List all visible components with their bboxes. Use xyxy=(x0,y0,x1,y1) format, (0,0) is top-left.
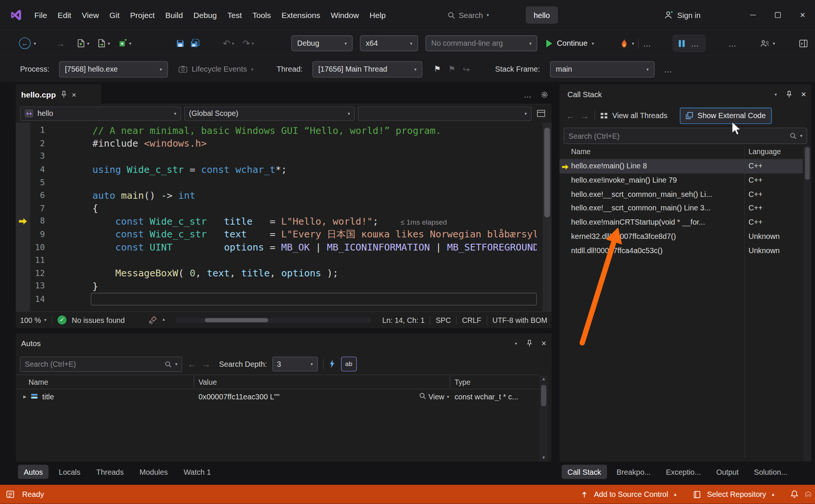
column-header-type[interactable]: Type xyxy=(450,375,539,389)
gear-icon[interactable] xyxy=(541,90,549,98)
solution-platform-dropdown[interactable]: x64▾ xyxy=(360,35,418,51)
pin-icon[interactable] xyxy=(786,91,792,98)
pin-icon[interactable] xyxy=(526,340,532,347)
chevron-down-icon[interactable]: ▾ xyxy=(232,41,234,45)
feedback-icon[interactable] xyxy=(804,490,812,498)
menu-build[interactable]: Build xyxy=(160,0,188,30)
zoom-dropdown[interactable]: 100 %▾ xyxy=(20,316,46,324)
callstack-scrollbar[interactable] xyxy=(803,146,811,461)
callstack-frame-hello-exe-maincrtstartup-void-for[interactable]: hello.exe!mainCRTStartup(void * __for...… xyxy=(559,216,803,230)
autos-scrollbar[interactable]: ▲▼ xyxy=(540,376,548,461)
chevron-up-icon[interactable]: ▴ xyxy=(674,492,676,497)
chevron-down-icon[interactable]: ▾ xyxy=(800,134,802,138)
add-to-source-control-button[interactable]: Add to Source Control xyxy=(594,490,668,499)
view-all-threads-button[interactable]: View all Threads xyxy=(600,111,667,120)
code-line-7[interactable]: 7{ xyxy=(16,202,552,215)
close-icon[interactable]: × xyxy=(801,90,806,99)
expander-icon[interactable]: ▸ xyxy=(23,393,26,400)
code-line-2[interactable]: 2#include <windows.h> xyxy=(16,137,552,150)
member-scope-dropdown[interactable]: ▾ xyxy=(358,106,532,120)
split-editor-icon[interactable] xyxy=(537,110,546,117)
code-line-5[interactable]: 5 xyxy=(16,176,552,189)
scroll-up-icon[interactable]: ▲ xyxy=(541,376,546,381)
search-icon[interactable] xyxy=(165,361,171,368)
code-line-12[interactable]: 12 MessageBoxW( 0, text, title, options … xyxy=(16,267,552,280)
chevron-down-icon[interactable]: ▾ xyxy=(175,362,177,366)
encoding[interactable]: UTF-8 with BOM xyxy=(492,316,547,324)
chevron-down-icon[interactable]: ▾ xyxy=(87,41,89,45)
undo-button[interactable]: ↶ xyxy=(223,39,230,48)
callstack-search-input[interactable]: Search (Ctrl+E) ▾ xyxy=(564,128,807,144)
scrollbar-thumb[interactable] xyxy=(541,385,546,406)
editor-vertical-scrollbar[interactable] xyxy=(543,122,552,311)
code-line-8[interactable]: 8 const Wide_c_str title = L"Hello, worl… xyxy=(16,215,552,228)
thread-dropdown[interactable]: [17656] Main Thread▾ xyxy=(313,61,423,77)
scrollbar-thumb[interactable] xyxy=(805,147,810,180)
window-position-chevron-icon[interactable]: ▾ xyxy=(515,341,517,346)
close-tab-icon[interactable]: × xyxy=(72,90,76,99)
tab-autos[interactable]: Autos xyxy=(18,465,49,479)
back-button[interactable]: ← xyxy=(566,111,575,120)
maximize-button[interactable] xyxy=(765,0,790,30)
select-repository-button[interactable]: Select Repository xyxy=(707,490,766,499)
window-position-chevron-icon[interactable]: ▾ xyxy=(774,92,777,97)
search-depth-dropdown[interactable]: 3▾ xyxy=(272,357,317,371)
code-line-9[interactable]: 9 const Wide_c_str text = L"Every 日本国 ко… xyxy=(16,228,552,241)
process-dropdown[interactable]: [7568] hello.exe▾ xyxy=(59,61,168,77)
hot-reload-flame-icon[interactable] xyxy=(621,39,627,48)
callstack-frame-kernel32-dll-00007ffca3fce8d7[interactable]: kernel32.dll!00007ffca3fce8d7()Unknown xyxy=(559,230,803,244)
chevron-down-icon[interactable]: ▾ xyxy=(773,41,775,45)
tab-output[interactable]: Output xyxy=(710,465,744,479)
document-overflow[interactable]: … xyxy=(523,90,532,99)
debug-toolbar-overflow[interactable]: … xyxy=(643,39,652,48)
column-header-name[interactable]: Name xyxy=(571,148,591,156)
toolbar-overflow[interactable]: … xyxy=(728,39,737,48)
column-header-name[interactable]: Name xyxy=(16,375,194,389)
tab-threads[interactable]: Threads xyxy=(90,465,129,479)
chevron-down-icon[interactable]: ▾ xyxy=(129,41,131,45)
open-file-icon[interactable] xyxy=(98,39,106,48)
search-forward-button[interactable]: → xyxy=(201,360,211,369)
callstack-frame-hello-exe-main-line-8[interactable]: hello.exe!main() Line 8C++ xyxy=(559,159,803,174)
save-icon[interactable] xyxy=(176,39,184,47)
tab-hello-cpp[interactable]: hello.cpp × xyxy=(16,84,101,104)
editor-horizontal-scrollbar[interactable] xyxy=(176,317,372,322)
column-header-language[interactable]: Language xyxy=(749,148,781,156)
titlebar-search[interactable]: Search ▾ xyxy=(448,0,489,30)
menu-test[interactable]: Test xyxy=(222,0,247,30)
solution-configuration-dropdown[interactable]: Debug▾ xyxy=(292,35,353,51)
callstack-frame-hello-exe-scrt-common-main-line-3[interactable]: hello.exe!__scrt_common_main() Line 3...… xyxy=(559,202,803,216)
filter-lightning-icon[interactable] xyxy=(329,360,335,368)
menu-git[interactable]: Git xyxy=(104,0,125,30)
redo-button[interactable]: ↷ xyxy=(242,39,250,48)
code-line-10[interactable]: 10 const UINT options = MB_OK | MB_ICONI… xyxy=(16,241,552,254)
code-line-14[interactable]: 14 xyxy=(16,292,552,306)
menu-view[interactable]: View xyxy=(77,0,104,30)
close-icon[interactable]: × xyxy=(541,339,546,348)
code-line-4[interactable]: 4using Wide_c_str = const wchar_t*; xyxy=(16,163,552,176)
menu-file[interactable]: File xyxy=(29,0,52,30)
stack-frame-dropdown[interactable]: main▾ xyxy=(550,61,655,77)
tab-call-stack[interactable]: Call Stack xyxy=(562,465,607,479)
navigate-forward-button[interactable]: → xyxy=(56,39,65,48)
tab-modules[interactable]: Modules xyxy=(134,465,173,479)
add-project-icon[interactable] xyxy=(119,39,127,48)
debug-controls-overflow[interactable]: … xyxy=(691,39,699,48)
notifications-bell-icon[interactable] xyxy=(790,490,799,499)
chevron-down-icon[interactable]: ▾ xyxy=(34,41,36,45)
view-visualizer-dropdown[interactable]: View▾ xyxy=(419,393,449,401)
issues-status[interactable]: No issues found xyxy=(72,316,125,324)
pin-icon[interactable] xyxy=(61,91,67,98)
scroll-down-icon[interactable]: ▼ xyxy=(541,455,546,460)
project-scope-dropdown[interactable]: ++hello ▾ xyxy=(20,106,181,120)
menu-tools[interactable]: Tools xyxy=(247,0,276,30)
pause-button[interactable] xyxy=(679,40,684,46)
type-scope-dropdown[interactable]: (Global Scope)▾ xyxy=(184,106,355,120)
debug-bar-overflow[interactable]: … xyxy=(664,64,673,74)
code-line-11[interactable]: 11 xyxy=(16,254,552,267)
chevron-up-icon[interactable]: ▴ xyxy=(772,492,774,497)
space-mode[interactable]: SPC xyxy=(436,316,451,324)
chevron-down-icon[interactable]: ▾ xyxy=(252,41,254,45)
menu-edit[interactable]: Edit xyxy=(53,0,77,30)
chevron-down-icon[interactable]: ▾ xyxy=(108,41,110,45)
